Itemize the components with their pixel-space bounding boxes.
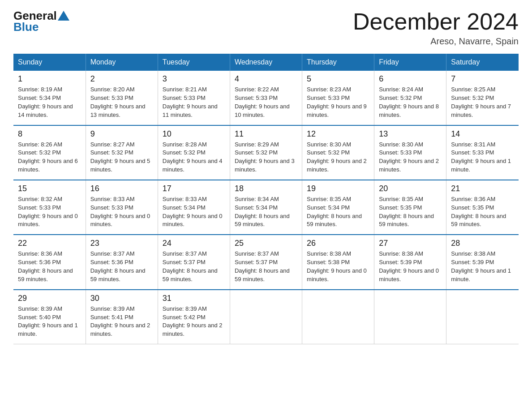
calendar-cell: 4 Sunrise: 8:22 AMSunset: 5:33 PMDayligh… — [230, 71, 302, 125]
calendar-cell: 16 Sunrise: 8:33 AMSunset: 5:33 PMDaylig… — [86, 180, 158, 235]
calendar-cell: 10 Sunrise: 8:28 AMSunset: 5:32 PMDaylig… — [158, 125, 230, 180]
day-info: Sunrise: 8:34 AMSunset: 5:34 PMDaylight:… — [235, 195, 297, 229]
calendar-cell: 29 Sunrise: 8:39 AMSunset: 5:40 PMDaylig… — [13, 290, 86, 344]
day-info: Sunrise: 8:33 AMSunset: 5:33 PMDaylight:… — [90, 195, 153, 229]
day-info: Sunrise: 8:39 AMSunset: 5:41 PMDaylight:… — [90, 305, 153, 338]
day-info: Sunrise: 8:24 AMSunset: 5:32 PMDaylight:… — [379, 86, 442, 119]
day-number: 30 — [90, 294, 153, 303]
calendar-cell: 3 Sunrise: 8:21 AMSunset: 5:33 PMDayligh… — [158, 71, 230, 125]
day-info: Sunrise: 8:29 AMSunset: 5:32 PMDaylight:… — [235, 141, 297, 174]
day-number: 11 — [235, 129, 297, 139]
day-number: 28 — [451, 239, 514, 248]
day-info: Sunrise: 8:35 AMSunset: 5:35 PMDaylight:… — [379, 195, 442, 229]
calendar-cell: 27 Sunrise: 8:38 AMSunset: 5:39 PMDaylig… — [374, 235, 446, 289]
calendar-cell: 17 Sunrise: 8:33 AMSunset: 5:34 PMDaylig… — [158, 180, 230, 235]
day-number: 4 — [235, 74, 297, 84]
calendar-table: SundayMondayTuesdayWednesdayThursdayFrid… — [13, 54, 519, 344]
svg-marker-0 — [58, 11, 69, 21]
calendar-cell: 8 Sunrise: 8:26 AMSunset: 5:32 PMDayligh… — [13, 125, 86, 180]
day-info: Sunrise: 8:37 AMSunset: 5:36 PMDaylight:… — [90, 250, 153, 283]
day-number: 22 — [18, 239, 81, 248]
logo-triangle-icon — [58, 10, 69, 21]
day-info: Sunrise: 8:28 AMSunset: 5:32 PMDaylight:… — [163, 141, 225, 174]
calendar-week-row: 15 Sunrise: 8:32 AMSunset: 5:33 PMDaylig… — [13, 180, 519, 235]
calendar-cell: 11 Sunrise: 8:29 AMSunset: 5:32 PMDaylig… — [230, 125, 302, 180]
calendar-cell: 20 Sunrise: 8:35 AMSunset: 5:35 PMDaylig… — [374, 180, 446, 235]
day-info: Sunrise: 8:23 AMSunset: 5:33 PMDaylight:… — [307, 86, 369, 119]
day-number: 3 — [163, 74, 225, 84]
logo-blue-text: Blue — [13, 20, 69, 34]
day-info: Sunrise: 8:39 AMSunset: 5:40 PMDaylight:… — [18, 305, 81, 338]
day-info: Sunrise: 8:38 AMSunset: 5:38 PMDaylight:… — [307, 250, 369, 283]
day-info: Sunrise: 8:25 AMSunset: 5:32 PMDaylight:… — [451, 86, 514, 119]
day-info: Sunrise: 8:37 AMSunset: 5:37 PMDaylight:… — [163, 250, 225, 283]
day-number: 13 — [379, 129, 442, 139]
day-info: Sunrise: 8:26 AMSunset: 5:32 PMDaylight:… — [18, 141, 81, 174]
day-number: 27 — [379, 239, 442, 248]
day-info: Sunrise: 8:31 AMSunset: 5:33 PMDaylight:… — [451, 141, 514, 174]
calendar-week-row: 29 Sunrise: 8:39 AMSunset: 5:40 PMDaylig… — [13, 290, 519, 344]
day-info: Sunrise: 8:27 AMSunset: 5:32 PMDaylight:… — [90, 141, 153, 174]
day-info: Sunrise: 8:37 AMSunset: 5:37 PMDaylight:… — [235, 250, 297, 283]
day-info: Sunrise: 8:32 AMSunset: 5:33 PMDaylight:… — [18, 195, 81, 229]
col-header-tuesday: Tuesday — [158, 54, 230, 71]
day-info: Sunrise: 8:19 AMSunset: 5:34 PMDaylight:… — [18, 86, 81, 119]
calendar-week-row: 8 Sunrise: 8:26 AMSunset: 5:32 PMDayligh… — [13, 125, 519, 180]
calendar-cell: 26 Sunrise: 8:38 AMSunset: 5:38 PMDaylig… — [302, 235, 374, 289]
day-number: 24 — [163, 239, 225, 248]
calendar-cell: 13 Sunrise: 8:30 AMSunset: 5:33 PMDaylig… — [374, 125, 446, 180]
day-number: 10 — [163, 129, 225, 139]
page-header: General Blue December 2024 Areso, Navarr… — [13, 9, 519, 47]
calendar-header-row: SundayMondayTuesdayWednesdayThursdayFrid… — [13, 54, 519, 71]
calendar-cell: 1 Sunrise: 8:19 AMSunset: 5:34 PMDayligh… — [13, 71, 86, 125]
day-number: 29 — [18, 294, 81, 303]
calendar-cell: 19 Sunrise: 8:35 AMSunset: 5:34 PMDaylig… — [302, 180, 374, 235]
day-number: 12 — [307, 129, 369, 139]
calendar-cell: 23 Sunrise: 8:37 AMSunset: 5:36 PMDaylig… — [86, 235, 158, 289]
calendar-cell: 12 Sunrise: 8:30 AMSunset: 5:32 PMDaylig… — [302, 125, 374, 180]
day-info: Sunrise: 8:35 AMSunset: 5:34 PMDaylight:… — [307, 195, 369, 229]
day-number: 5 — [307, 74, 369, 84]
day-number: 7 — [451, 74, 514, 84]
page-subtitle: Areso, Navarre, Spain — [353, 36, 519, 47]
calendar-cell: 7 Sunrise: 8:25 AMSunset: 5:32 PMDayligh… — [446, 71, 519, 125]
col-header-wednesday: Wednesday — [230, 54, 302, 71]
calendar-cell: 21 Sunrise: 8:36 AMSunset: 5:35 PMDaylig… — [446, 180, 519, 235]
day-number: 19 — [307, 184, 369, 193]
col-header-friday: Friday — [374, 54, 446, 71]
day-info: Sunrise: 8:36 AMSunset: 5:36 PMDaylight:… — [18, 250, 81, 283]
day-info: Sunrise: 8:36 AMSunset: 5:35 PMDaylight:… — [451, 195, 514, 229]
calendar-cell: 28 Sunrise: 8:38 AMSunset: 5:39 PMDaylig… — [446, 235, 519, 289]
day-number: 1 — [18, 74, 81, 84]
logo: General Blue — [13, 9, 69, 34]
day-number: 8 — [18, 129, 81, 139]
calendar-cell: 25 Sunrise: 8:37 AMSunset: 5:37 PMDaylig… — [230, 235, 302, 289]
day-number: 20 — [379, 184, 442, 193]
calendar-week-row: 22 Sunrise: 8:36 AMSunset: 5:36 PMDaylig… — [13, 235, 519, 289]
day-info: Sunrise: 8:20 AMSunset: 5:33 PMDaylight:… — [90, 86, 153, 119]
day-info: Sunrise: 8:30 AMSunset: 5:33 PMDaylight:… — [379, 141, 442, 174]
calendar-cell: 2 Sunrise: 8:20 AMSunset: 5:33 PMDayligh… — [86, 71, 158, 125]
day-info: Sunrise: 8:38 AMSunset: 5:39 PMDaylight:… — [379, 250, 442, 283]
calendar-cell: 14 Sunrise: 8:31 AMSunset: 5:33 PMDaylig… — [446, 125, 519, 180]
calendar-cell — [446, 290, 519, 344]
calendar-week-row: 1 Sunrise: 8:19 AMSunset: 5:34 PMDayligh… — [13, 71, 519, 125]
calendar-cell — [230, 290, 302, 344]
calendar-cell: 31 Sunrise: 8:39 AMSunset: 5:42 PMDaylig… — [158, 290, 230, 344]
day-info: Sunrise: 8:22 AMSunset: 5:33 PMDaylight:… — [235, 86, 297, 119]
day-number: 14 — [451, 129, 514, 139]
calendar-cell — [374, 290, 446, 344]
calendar-cell: 22 Sunrise: 8:36 AMSunset: 5:36 PMDaylig… — [13, 235, 86, 289]
calendar-cell: 18 Sunrise: 8:34 AMSunset: 5:34 PMDaylig… — [230, 180, 302, 235]
day-info: Sunrise: 8:39 AMSunset: 5:42 PMDaylight:… — [163, 305, 225, 338]
day-number: 23 — [90, 239, 153, 248]
calendar-cell: 5 Sunrise: 8:23 AMSunset: 5:33 PMDayligh… — [302, 71, 374, 125]
day-number: 31 — [163, 294, 225, 303]
day-info: Sunrise: 8:21 AMSunset: 5:33 PMDaylight:… — [163, 86, 225, 119]
day-number: 6 — [379, 74, 442, 84]
day-number: 2 — [90, 74, 153, 84]
day-number: 25 — [235, 239, 297, 248]
calendar-cell: 30 Sunrise: 8:39 AMSunset: 5:41 PMDaylig… — [86, 290, 158, 344]
col-header-monday: Monday — [86, 54, 158, 71]
calendar-cell — [302, 290, 374, 344]
